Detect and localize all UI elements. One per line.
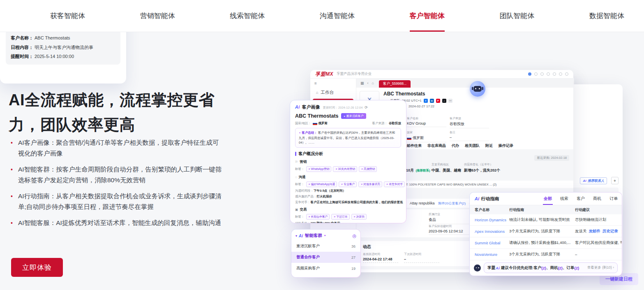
more-social-icon[interactable]: ⋯	[448, 99, 452, 103]
tag[interactable]: ✦对服务要求高	[358, 181, 382, 187]
feature-item-guide: AI行动指南：从客户相关数据提取合作机会或业务诉求，生成谈判步骤清单;自动同步待…	[9, 191, 224, 212]
sparkle-icon: ✦	[308, 215, 310, 218]
field-last-followup: 最后跟进时间 2024-04-22 17:48	[363, 252, 408, 263]
table-row[interactable]: Horizon Dynamics 物流计划未确认, 可能影响发货时效 尽快明确物…	[470, 214, 622, 226]
trade-subsection: ▣ 交易	[290, 204, 406, 212]
tab-team[interactable]: 相关团队	[465, 143, 480, 148]
tab-customers[interactable]: 客户	[572, 193, 589, 205]
field-remark: 备注 –	[450, 130, 489, 141]
tag[interactable]: ✦高频营销	[359, 166, 377, 172]
tab-all[interactable]: 全部	[540, 193, 556, 205]
customer-tab[interactable]: 客户_559988...	[379, 80, 411, 88]
try-now-button[interactable]: 立即体验	[11, 258, 63, 277]
tag[interactable]: ✦决策快	[351, 214, 367, 220]
tab-customer-agent[interactable]: 客户智能体	[410, 0, 445, 32]
customer-link[interactable]: NovaVenture	[470, 252, 509, 257]
stat-month: 10月 (推荐联系)	[406, 166, 430, 173]
ai-summary-box: ✦ 客户总结： 客户在中国的采购占比约30%，主要采购高峰期在三月和九月，供应商…	[295, 128, 401, 148]
marketing-tags: 标签： ✦WhatsApp营销 ✦30天内有营销 ✦高频营销	[290, 165, 406, 172]
tag[interactable]: ✦30天内有营销	[333, 166, 357, 172]
customer-link[interactable]: Horizon Dynamics	[470, 218, 509, 222]
table-row[interactable]: NovaVenture 3个月无采购行为, 活跃度下降 –	[470, 249, 622, 260]
customer-link[interactable]: Apex Innovations	[470, 229, 509, 234]
comm-competitor-row: 竞争对手：客户正在对比上海彼可乐科技有限公司提供的方案，他们的报价更低	[290, 199, 406, 204]
menu-icon[interactable]: ≡	[310, 80, 356, 86]
table-row[interactable]: Apex Innovations 3个月无采购行为, 活跃度下降 发送关 发邮件…	[470, 226, 622, 237]
customer-status-badge: ✦ 重潜活跃客户	[341, 113, 366, 119]
field-country: 国家 俄罗斯	[407, 130, 446, 142]
sparkle-icon: ✦	[386, 183, 388, 186]
field-customer-source: 客户来源 谷歌投放	[450, 116, 489, 128]
tag[interactable]: ✦下过订单	[331, 214, 349, 220]
nearby-customers-link[interactable]: 附件20公里客户(2)	[438, 201, 466, 206]
today-priority-pill: 孚盟 Ai 建议今日优先处理: 客户 (2) 、商机 (2) 、订单 (2) 查…	[484, 262, 618, 273]
russia-flag-icon	[407, 137, 411, 140]
send-email-button[interactable]: 发邮件	[589, 229, 601, 234]
top-nav: 获客智能体 营销智能体 线索智能体 沟通智能体 客户智能体 团队智能体 数据智能…	[0, 0, 644, 32]
feature-list: AI客户画像：聚合营销/沟通/订单等客户相关数据，提取客户特征生成可视化的客户画…	[9, 137, 224, 234]
more-vertical-icon[interactable]: ⋮	[620, 229, 622, 234]
tab-marketing-agent[interactable]: 营销智能体	[140, 0, 175, 32]
back-icon[interactable]: ‹	[367, 81, 369, 85]
tab-acquisition-agent[interactable]: 获客智能体	[50, 0, 85, 32]
tab-communication-agent[interactable]: 沟通智能体	[320, 0, 355, 32]
tab-data-agent[interactable]: 数据智能体	[589, 0, 624, 32]
smart-segments-card: ▾ Ai 智能客群 ✦ ◎ 重潜沉默客户 36 普通合作客户 27 高频采购客户…	[291, 229, 361, 278]
facebook-icon[interactable]: f	[424, 99, 428, 103]
sidebar-item-workbench[interactable]: ⌂ 工作台	[313, 88, 353, 97]
tab-emails[interactable]: 邮件往来	[407, 143, 422, 148]
segment-row-normal[interactable]: 普通合作客户 27	[291, 252, 360, 263]
home-icon: ⌂	[316, 90, 318, 95]
feature-item-profile: AI客户画像：聚合营销/沟通/订单等客户相关数据，提取客户特征生成可视化的客户画…	[9, 137, 224, 159]
segment-row-silent[interactable]: 重潜沉默客户 36	[291, 241, 360, 252]
stat-region: 主要采购地区 中国、美国、越南	[432, 162, 461, 173]
tab-log[interactable]: 操作记录	[499, 143, 513, 148]
history-button[interactable]: 历史记录	[602, 229, 618, 234]
target-icon[interactable]: ◎	[352, 233, 356, 239]
tag[interactable]: ✦长期合作客户	[306, 214, 330, 220]
ai-assistant-avatar[interactable]	[470, 81, 485, 97]
schedule-remind-row: 提醒时间：2025-5-14 10:00:00	[11, 52, 115, 61]
refresh-icon[interactable]: ⟳	[365, 105, 368, 109]
feature-item-service: AI智能客服：AI提炼优秀对话至话术库，智能生成的回复消息，辅助沟通	[9, 218, 224, 228]
pinterest-icon[interactable]: P	[436, 99, 440, 103]
sparkle-icon: ✦	[353, 215, 355, 218]
flag-icon: ⚐	[295, 160, 298, 164]
tab-team-agent[interactable]: 团队智能体	[499, 0, 534, 32]
sparkle-icon: ✦	[335, 167, 337, 170]
tag[interactable]: ✦专业客户	[339, 181, 357, 187]
recommend-contacts-button[interactable]: Ai 推荐联系人	[580, 177, 607, 184]
grid-icon[interactable]: ▦	[360, 81, 364, 85]
tab-leads-agent[interactable]: 线索智能体	[230, 0, 265, 32]
segments-card-title: 智能客群	[305, 233, 322, 239]
page-title: AI全流程赋能，流程掌控更省力，团队效率更高	[9, 88, 222, 137]
view-more-link[interactable]: 查看更多 (剩10) ›	[587, 265, 614, 270]
customer-link[interactable]: Summit Global	[470, 241, 509, 245]
tab-orders[interactable]: 订单	[605, 193, 622, 205]
stat-supplier: 供应商变化（近半年） 新增63个，流失202个	[464, 162, 500, 173]
chat-icon: ◌	[295, 175, 297, 179]
add-contact-button[interactable]: +	[611, 177, 619, 184]
segment-row-frequent[interactable]: 高频采购客户 19	[291, 263, 360, 274]
tag[interactable]: ✦偏好WhatsApp沟通	[306, 181, 337, 187]
customer-created: 2024-02-27 17:22	[409, 104, 434, 109]
tab-todo[interactable]: 代办	[452, 143, 459, 148]
ai-logo-icon: Ai	[299, 234, 303, 238]
tab-opportunities[interactable]: 商机	[589, 193, 605, 205]
table-row[interactable]: Summit Global 请确认报价, 预计采购金额$1,400,... 客户…	[470, 237, 622, 249]
recent-purchase: 最近采购: 2024-02-18	[534, 155, 569, 161]
chevron-down-icon[interactable]: ▾	[295, 234, 297, 238]
tab-products[interactable]: 非在库商品	[427, 143, 446, 148]
tab-leads[interactable]: 线索	[556, 193, 572, 205]
profile-card-title: 客户画像	[302, 104, 320, 110]
field-customer-name: 客户名称 KDV Group	[407, 116, 446, 127]
feature-item-segments: AI智能客群：按客户生命周期阶段自动分群，告别繁琐的人工判断一键筛选标签客户发起…	[9, 164, 224, 186]
tiktok-icon[interactable]: ♪	[442, 99, 446, 103]
browser-icons[interactable]	[528, 72, 568, 76]
section-bar	[295, 152, 296, 156]
tab-nearby[interactable]: 附近	[485, 143, 493, 148]
home-icon[interactable]: ⌂	[372, 81, 374, 85]
tag[interactable]: ✦WhatsApp营销	[306, 166, 332, 172]
tag[interactable]: ✦有竞争对手	[384, 181, 405, 187]
linkedin-icon[interactable]: in	[430, 99, 434, 103]
